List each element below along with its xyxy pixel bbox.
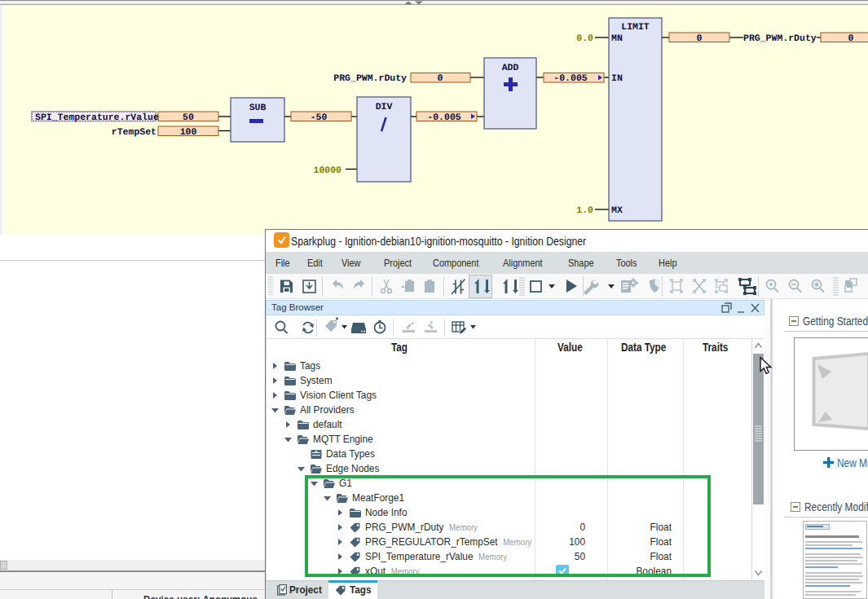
svg-text:DIV: DIV [376,102,393,112]
svg-text:rTempSet: rTempSet [112,127,156,138]
svg-text:MN: MN [611,33,623,44]
svg-text:-0.005: -0.005 [553,73,588,84]
svg-text:0: 0 [697,33,703,44]
svg-text:10000: 10000 [313,165,341,176]
svg-text:LIMIT: LIMIT [621,22,650,33]
svg-text:IN: IN [611,73,623,84]
svg-text:-50: -50 [311,112,328,123]
svg-text:1.0: 1.0 [576,205,593,216]
svg-text:SUB: SUB [249,103,267,113]
svg-text:PRG_PWM.rDuty: PRG_PWM.rDuty [743,33,817,44]
svg-text:PRG_PWM.rDuty: PRG_PWM.rDuty [333,73,407,84]
svg-text:0: 0 [438,73,443,84]
svg-text:-0.005: -0.005 [427,112,461,123]
svg-text:MX: MX [611,205,623,216]
svg-text:0.0: 0.0 [576,33,593,44]
svg-text:0: 0 [848,33,854,44]
svg-text:50: 50 [183,112,194,123]
svg-text:ADD: ADD [502,63,519,73]
svg-text:100: 100 [180,127,197,138]
svg-text:SPI_Temperature.rValue: SPI_Temperature.rValue [35,112,159,123]
